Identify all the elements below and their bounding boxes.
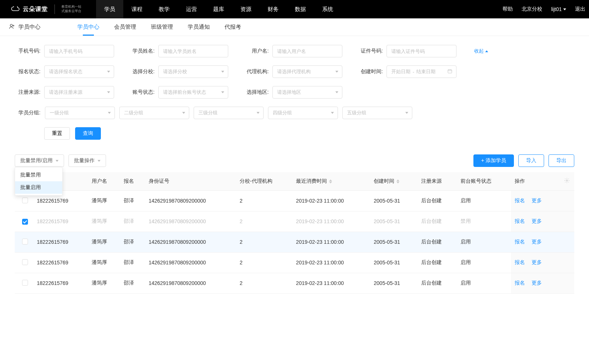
more-link[interactable]: 更多 (532, 239, 542, 245)
collapse-link[interactable]: 收起 (474, 45, 488, 57)
filter-select[interactable]: 请选择地区 (272, 86, 342, 99)
topnav-item[interactable]: 题库 (205, 0, 232, 18)
col-create-time[interactable]: 创建时间 (370, 172, 417, 190)
col-status: 前台账号状态 (457, 172, 511, 190)
filter-label: 选择分校: (129, 68, 155, 75)
date-range-picker[interactable]: 开始日期-结束日期 (387, 65, 456, 78)
bulk-toggle-dropdown[interactable]: 批量禁用/启用 (15, 154, 64, 167)
chevron-up-icon (485, 50, 488, 52)
query-button[interactable]: 查询 (75, 127, 101, 140)
subnav-item[interactable]: 代报考 (225, 18, 241, 36)
topnav-item[interactable]: 数据 (287, 0, 314, 18)
cell-branch: 2 (236, 273, 292, 293)
filter-label: 选择地区: (243, 89, 269, 96)
filter-select[interactable]: 请选择报名状态 (44, 65, 114, 78)
col-ops: 操作 (511, 172, 560, 190)
signup-link[interactable]: 报名 (515, 259, 525, 265)
row-checkbox[interactable] (22, 280, 28, 286)
topnav-item[interactable]: 系统 (314, 0, 341, 18)
row-checkbox[interactable] (22, 239, 28, 245)
cell-ops-extra (560, 273, 574, 293)
bulk-toggle-menu: 批量禁用批量启用 (15, 167, 63, 196)
filter-input[interactable] (44, 45, 114, 57)
subnav-item[interactable]: 会员管理 (114, 18, 136, 36)
more-link[interactable]: 更多 (532, 218, 542, 224)
logo-block: 云朵课堂 教育机构一站 式服务云平台 (11, 4, 81, 14)
col-username[interactable]: 用户名 (88, 172, 120, 190)
filter-input[interactable] (272, 45, 342, 57)
table-row: 18222615769 潘筠厚 邵泽 14262919870809200000 … (15, 211, 574, 232)
more-link[interactable]: 更多 (532, 259, 542, 265)
filter-item: 选择地区:请选择地区 (243, 86, 342, 99)
add-student-button[interactable]: + 添加学员 (473, 154, 514, 167)
table-settings[interactable] (560, 172, 574, 190)
logout-link[interactable]: 退出 (575, 6, 585, 13)
row-checkbox[interactable] (22, 197, 28, 203)
user-menu[interactable]: lijt01 (551, 6, 566, 12)
filter-input[interactable] (158, 45, 228, 57)
cell-ops: 报名 更多 (511, 190, 560, 211)
more-link[interactable]: 更多 (532, 280, 542, 286)
group-select[interactable]: 一级分组 (45, 107, 115, 119)
subnav-item[interactable]: 学员中心 (77, 18, 99, 36)
dropdown-menu-item[interactable]: 批量禁用 (15, 169, 62, 181)
top-nav-right: 帮助 北京分校 lijt01 退出 (502, 6, 585, 13)
bulk-ops-dropdown[interactable]: 批量操作 (68, 154, 106, 167)
reset-button[interactable]: 重置 (44, 127, 70, 140)
topnav-item[interactable]: 财务 (260, 0, 287, 18)
cell-reg: 邵泽 (120, 211, 145, 232)
cell-last-time: 2019-02-23 11:00:00 (292, 190, 370, 211)
filter-select[interactable]: 请选择代理机构 (272, 65, 342, 78)
topnav-item[interactable]: 资源 (232, 0, 260, 18)
branch-link[interactable]: 北京分校 (522, 6, 542, 13)
signup-link[interactable]: 报名 (515, 218, 525, 224)
logo-sub-line: 式服务云平台 (61, 9, 81, 14)
filter-item: 学员姓名: (129, 45, 228, 57)
group-select[interactable]: 三级分组 (194, 107, 264, 119)
topnav-item[interactable]: 教学 (151, 0, 178, 18)
filter-input[interactable] (387, 45, 456, 57)
filter-label-groups: 学员分组: (15, 110, 40, 116)
cell-last-time: 2019-02-23 11:00:00 (292, 252, 370, 273)
signup-link[interactable]: 报名 (515, 197, 525, 203)
topnav-item[interactable]: 运营 (178, 0, 205, 18)
cell-last-time: 2019-02-23 11:00:00 (292, 211, 370, 232)
filter-label: 手机号码: (15, 48, 40, 54)
placeholder-text: 请选择代理机构 (277, 68, 311, 75)
col-last-time[interactable]: 最近消费时间 (292, 172, 370, 190)
table-toolbar: 批量禁用/启用 批量禁用批量启用 批量操作 + 添加学员 导入 导出 (0, 143, 589, 172)
table-row: 18222615769 潘筠厚 邵泽 14262919870809200000 … (15, 190, 574, 211)
row-checkbox[interactable] (22, 219, 28, 225)
cell-phone: 18222615769 (33, 211, 88, 232)
col-reg: 报名 (120, 172, 145, 190)
cell-reg: 邵泽 (120, 232, 145, 252)
topnav-item[interactable]: 学员 (96, 0, 123, 18)
more-link[interactable]: 更多 (532, 197, 542, 203)
cell-ops-extra (560, 211, 574, 232)
filter-select[interactable]: 请选择前台账号状态 (158, 86, 228, 99)
filter-form: 手机号码:学员姓名:用户名:证件号码:收起 报名状态:请选择报名状态选择分校:请… (0, 36, 589, 143)
filter-row: 注册来源:请选择注册来源账号状态:请选择前台账号状态选择地区:请选择地区 (15, 86, 574, 99)
row-checkbox[interactable] (22, 259, 28, 265)
subnav-item[interactable]: 班级管理 (151, 18, 173, 36)
export-button[interactable]: 导出 (549, 154, 574, 167)
dropdown-menu-item[interactable]: 批量启用 (15, 181, 62, 194)
help-link[interactable]: 帮助 (502, 6, 513, 13)
cell-branch: 2 (236, 252, 292, 273)
group-row: 学员分组: 一级分组二级分组三级分组四级分组五级分组 (15, 107, 574, 119)
filter-select[interactable]: 请选择注册来源 (44, 86, 114, 99)
group-select[interactable]: 四级分组 (268, 107, 338, 119)
placeholder-text: 请选择分校 (163, 68, 187, 75)
cell-idno: 14262919870809200000 (145, 232, 236, 252)
cell-ops: 报名 更多 (511, 252, 560, 273)
group-select[interactable]: 二级分组 (119, 107, 189, 119)
signup-link[interactable]: 报名 (515, 239, 525, 245)
chevron-down-icon (107, 92, 110, 93)
filter-select[interactable]: 请选择分校 (158, 65, 228, 78)
cell-source: 后台创建 (417, 273, 457, 293)
signup-link[interactable]: 报名 (515, 280, 525, 286)
group-select[interactable]: 五级分组 (342, 107, 412, 119)
import-button[interactable]: 导入 (518, 154, 544, 167)
subnav-item[interactable]: 学员通知 (188, 18, 210, 36)
topnav-item[interactable]: 课程 (123, 0, 151, 18)
